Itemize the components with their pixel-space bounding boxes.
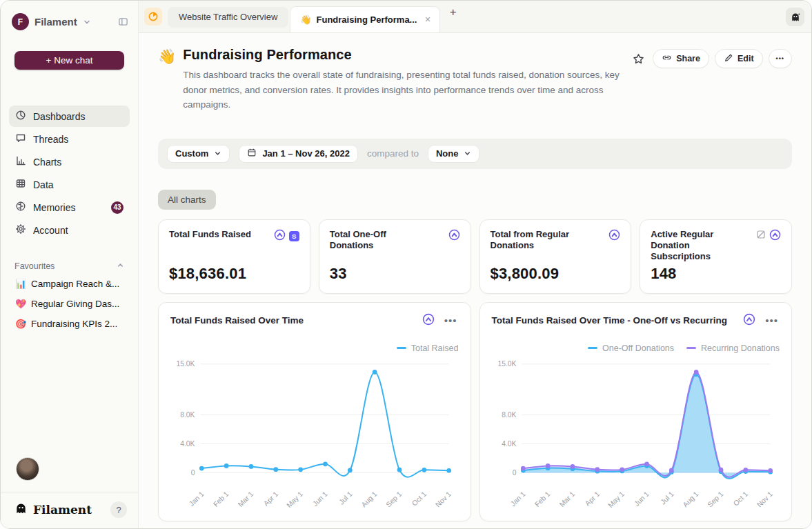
workspace-logo: F [12,13,29,30]
chart-more-button[interactable]: ••• [764,314,780,327]
tab-fundraising-performance[interactable]: 👋 Fundraising Performa... ✕ [290,6,439,32]
new-tab-button[interactable]: + [450,6,457,19]
sidebar-item-memories[interactable]: Memories 43 [9,197,130,218]
circle-caret-icon [274,229,286,243]
legend-label: One-Off Donations [602,343,674,353]
sidebar-item-account[interactable]: Account [9,219,130,241]
compare-value: None [436,148,459,159]
svg-text:Feb 1: Feb 1 [533,490,552,508]
sidebar-item-label: Memories [33,202,75,213]
memories-count-badge: 43 [111,201,123,214]
svg-text:8.0K: 8.0K [180,411,195,419]
brand-name: Filament [33,503,92,517]
share-label: Share [676,54,700,63]
heart-emoji-icon: 💖 [15,299,26,309]
circle-caret-icon [448,229,460,243]
sidebar-item-threads[interactable]: Threads [9,128,130,150]
chevron-down-icon[interactable] [83,18,91,26]
sidebar-item-data[interactable]: Data [9,174,130,195]
date-range-button[interactable]: Jan 1 – Nov 26, 2022 [239,145,357,163]
kpi-title: Active Regular Donation Subscriptions [651,229,747,263]
chart-legend: One-Off Donations Recurring Donations [492,343,780,353]
date-range-value: Jan 1 – Nov 26, 2022 [262,148,349,159]
favourite-item-label: Campaign Reach &... [31,279,119,289]
svg-text:Nov 1: Nov 1 [755,490,774,508]
kpi-value: 33 [330,265,460,283]
svg-text:Jan 1: Jan 1 [509,490,527,508]
svg-text:Apr 1: Apr 1 [262,490,279,507]
sidebar-item-label: Dashboards [33,111,86,122]
svg-text:15.0K: 15.0K [497,360,516,368]
circle-caret-icon [608,229,620,243]
all-charts-chip[interactable]: All charts [158,190,216,210]
kpi-card-total-one-off-donations[interactable]: Total One-Off Donations 33 [319,219,471,294]
favourite-item[interactable]: 💖 Regular Giving Das... [9,294,130,314]
area-chart-oneoff-vs-recurring[interactable]: 04.0K8.0K15.0KJan 1Feb 1Mar 1Apr 1May 1J… [492,357,780,512]
brand-logo: Filament [14,502,92,518]
tab-website-traffic-overview[interactable]: Website Traffic Overview [168,7,288,28]
chart-more-button[interactable]: ••• [443,314,459,327]
header-actions: Share Edit ••• [630,47,792,68]
svg-text:Jun 1: Jun 1 [311,490,329,508]
table-icon [15,178,26,191]
line-chart-total-raised[interactable]: 04.0K8.0K15.0KJan 1Feb 1Mar 1Apr 1May 1J… [170,357,459,512]
share-button[interactable]: Share [653,49,709,68]
favourite-star-button[interactable] [630,50,647,68]
favourite-item[interactable]: 📊 Campaign Reach &... [9,274,130,294]
assistant-ghost-button[interactable] [786,8,804,26]
wave-emoji-icon: 👋 [158,48,176,65]
chart-card-oneoff-vs-recurring[interactable]: Total Funds Raised Over Time - One-Off v… [479,302,793,521]
sidebar-item-dashboards[interactable]: Dashboards [9,106,130,127]
bar-chart-icon [15,155,26,168]
favourite-item-label: Regular Giving Das... [31,299,119,309]
kpi-value: $3,800.09 [491,265,621,283]
gear-icon [15,223,26,237]
sidebar-item-label: Charts [33,157,61,168]
svg-text:Nov 1: Nov 1 [434,490,453,508]
chevron-down-icon [464,150,471,157]
more-options-button[interactable]: ••• [769,49,792,68]
svg-text:Jan 1: Jan 1 [188,490,206,508]
svg-text:Sep 1: Sep 1 [706,490,724,508]
close-tab-icon[interactable]: ✕ [422,15,430,24]
favourite-item[interactable]: 🎯 Fundraising KPIs 2... [9,314,130,334]
calendar-icon [247,148,257,159]
legend-dash-cyan [588,347,597,349]
compare-select[interactable]: None [428,145,480,163]
svg-text:Mar 1: Mar 1 [557,490,576,508]
chart-card-total-funds-over-time[interactable]: Total Funds Raised Over Time ••• Total R… [158,302,471,521]
page-description: This dashboard tracks the overall state … [183,68,630,112]
svg-text:8.0K: 8.0K [502,411,516,419]
edit-label: Edit [737,54,754,63]
kpi-card-total-regular-donations[interactable]: Total from Regular Donations $3,800.09 [479,219,632,294]
kpi-card-total-funds-raised[interactable]: Total Funds Raised S $18,636.01 [158,219,310,294]
sidebar: F Filament + New chat Dashboards Threads [1,1,139,528]
range-type-select[interactable]: Custom [167,145,230,163]
user-avatar[interactable] [16,457,39,481]
kpi-card-active-subscriptions[interactable]: Active Regular Donation Subscriptions 14… [640,219,792,294]
kpi-value: 148 [651,265,781,283]
chevron-up-icon[interactable] [117,261,124,271]
svg-text:4.0K: 4.0K [180,440,195,448]
sidebar-toggle-icon[interactable] [118,17,128,27]
workspace-switcher[interactable]: F Filament [1,1,138,34]
favourite-item-label: Fundraising KPIs 2... [31,319,117,329]
new-chat-button[interactable]: + New chat [14,51,124,70]
circle-caret-icon [422,313,435,328]
target-emoji-icon: 🎯 [15,319,26,329]
brain-icon [15,201,26,214]
stripe-icon: S [289,231,299,241]
favourites-header[interactable]: Favourites [14,261,124,271]
circle-caret-icon [769,229,781,243]
sidebar-footer: Filament ? [1,492,138,528]
svg-text:May 1: May 1 [606,490,626,509]
help-button[interactable]: ? [110,501,127,518]
app-pie-icon-button[interactable] [144,8,162,26]
workspace-name: Filament [34,16,77,28]
sidebar-item-charts[interactable]: Charts [9,151,130,172]
svg-text:0: 0 [512,469,516,477]
favourites-label: Favourites [14,261,55,271]
svg-text:Aug 1: Aug 1 [360,490,379,508]
tab-label: Fundraising Performa... [317,14,417,25]
edit-button[interactable]: Edit [715,49,763,68]
